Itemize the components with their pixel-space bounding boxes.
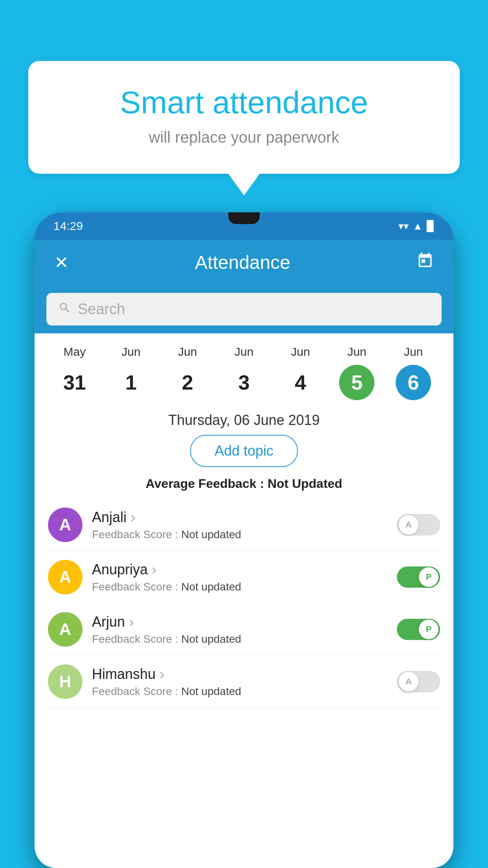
toggle-0[interactable]: A <box>397 514 440 535</box>
app-content: ✕ Attendance Search May31Jun1Jun2Jun3Jun <box>35 240 453 868</box>
student-info-0: AnjaliFeedback Score : Not updated <box>92 509 387 541</box>
student-list: AAnjaliFeedback Score : Not updatedAAAnu… <box>35 499 453 708</box>
avg-feedback: Average Feedback : Not Updated <box>35 476 453 499</box>
cal-day-2[interactable]: Jun2 <box>166 345 209 400</box>
app-header: ✕ Attendance <box>35 240 453 285</box>
close-button[interactable]: ✕ <box>54 252 69 272</box>
speech-bubble: Smart attendance will replace your paper… <box>28 61 460 174</box>
cal-date-1[interactable]: 1 <box>114 365 149 400</box>
cal-day-4[interactable]: Jun4 <box>279 345 322 400</box>
cal-month-4: Jun <box>291 345 310 359</box>
status-time: 14:29 <box>53 219 83 233</box>
toggle-3[interactable]: A <box>397 671 440 692</box>
toggle-thumb-1: P <box>419 567 438 587</box>
student-avatar-2: A <box>48 612 83 647</box>
student-feedback-1: Feedback Score : Not updated <box>92 581 387 593</box>
student-name-3: Himanshu <box>92 666 387 683</box>
student-item-1[interactable]: AAnupriyaFeedback Score : Not updatedP <box>42 551 446 603</box>
toggle-thumb-0: A <box>399 515 418 535</box>
toggle-1[interactable]: P <box>397 566 440 588</box>
student-feedback-0: Feedback Score : Not updated <box>92 528 387 541</box>
student-item-2[interactable]: AArjunFeedback Score : Not updatedP <box>42 603 446 656</box>
speech-bubble-container: Smart attendance will replace your paper… <box>28 61 460 195</box>
cal-date-3[interactable]: 3 <box>226 365 262 400</box>
student-name-2: Arjun <box>92 614 387 631</box>
header-title: Attendance <box>195 252 290 273</box>
calendar-icon[interactable] <box>416 252 434 273</box>
student-info-3: HimanshuFeedback Score : Not updated <box>92 666 387 698</box>
student-name-0: Anjali <box>92 509 387 526</box>
student-feedback-2: Feedback Score : Not updated <box>92 633 387 645</box>
cal-day-6[interactable]: Jun6 <box>392 345 435 400</box>
cal-month-3: Jun <box>235 345 253 359</box>
toggle-container-2[interactable]: P <box>397 619 440 640</box>
cal-day-3[interactable]: Jun3 <box>222 345 266 400</box>
student-info-1: AnupriyaFeedback Score : Not updated <box>92 561 387 593</box>
cal-month-5: Jun <box>347 345 366 359</box>
selected-date-label: Thursday, 06 June 2019 <box>35 404 453 435</box>
cal-month-2: Jun <box>178 345 197 359</box>
search-icon <box>58 301 72 318</box>
avg-feedback-label: Average Feedback : <box>146 476 268 491</box>
student-avatar-0: A <box>48 508 83 542</box>
speech-bubble-subtitle: will replace your paperwork <box>60 129 428 146</box>
cal-month-1: Jun <box>121 345 140 359</box>
battery-icon: ▉ <box>427 220 435 232</box>
cal-date-0[interactable]: 31 <box>57 365 92 400</box>
cal-date-5[interactable]: 5 <box>339 365 374 400</box>
wifi-icon: ▾▾ <box>398 220 409 232</box>
toggle-thumb-3: A <box>399 672 418 691</box>
cal-day-5[interactable]: Jun5 <box>335 345 378 400</box>
search-bar-wrapper: Search <box>35 285 453 333</box>
speech-bubble-title: Smart attendance <box>60 85 428 121</box>
student-item-0[interactable]: AAnjaliFeedback Score : Not updatedA <box>42 499 446 551</box>
notch <box>228 212 260 224</box>
speech-bubble-tail <box>228 174 260 195</box>
toggle-container-3[interactable]: A <box>397 671 440 692</box>
toggle-container-0[interactable]: A <box>397 514 440 535</box>
cal-day-0[interactable]: May31 <box>53 345 96 400</box>
cal-date-2[interactable]: 2 <box>170 365 205 400</box>
student-avatar-3: H <box>48 664 83 699</box>
cal-month-6: Jun <box>404 345 423 359</box>
student-item-3[interactable]: HHimanshuFeedback Score : Not updatedA <box>42 656 446 708</box>
status-bar: 14:29 ▾▾ ▲ ▉ <box>35 212 453 240</box>
avg-feedback-value: Not Updated <box>268 476 342 491</box>
search-bar[interactable]: Search <box>46 293 442 326</box>
toggle-2[interactable]: P <box>397 619 440 640</box>
status-icons: ▾▾ ▲ ▉ <box>398 220 435 232</box>
cal-date-4[interactable]: 4 <box>283 365 318 400</box>
cal-day-1[interactable]: Jun1 <box>110 345 153 400</box>
student-info-2: ArjunFeedback Score : Not updated <box>92 614 387 645</box>
cal-month-0: May <box>64 345 86 359</box>
cal-date-6[interactable]: 6 <box>396 365 431 400</box>
add-topic-button[interactable]: Add topic <box>190 435 298 467</box>
phone-frame: 14:29 ▾▾ ▲ ▉ ✕ Attendance <box>35 212 453 868</box>
calendar-strip: May31Jun1Jun2Jun3Jun4Jun5Jun6 <box>35 333 453 404</box>
signal-icon: ▲ <box>413 220 423 232</box>
student-name-1: Anupriya <box>92 561 387 578</box>
student-feedback-3: Feedback Score : Not updated <box>92 685 387 698</box>
search-input[interactable]: Search <box>78 301 125 318</box>
toggle-container-1[interactable]: P <box>397 566 440 588</box>
student-avatar-1: A <box>48 560 83 594</box>
toggle-thumb-2: P <box>419 620 438 639</box>
